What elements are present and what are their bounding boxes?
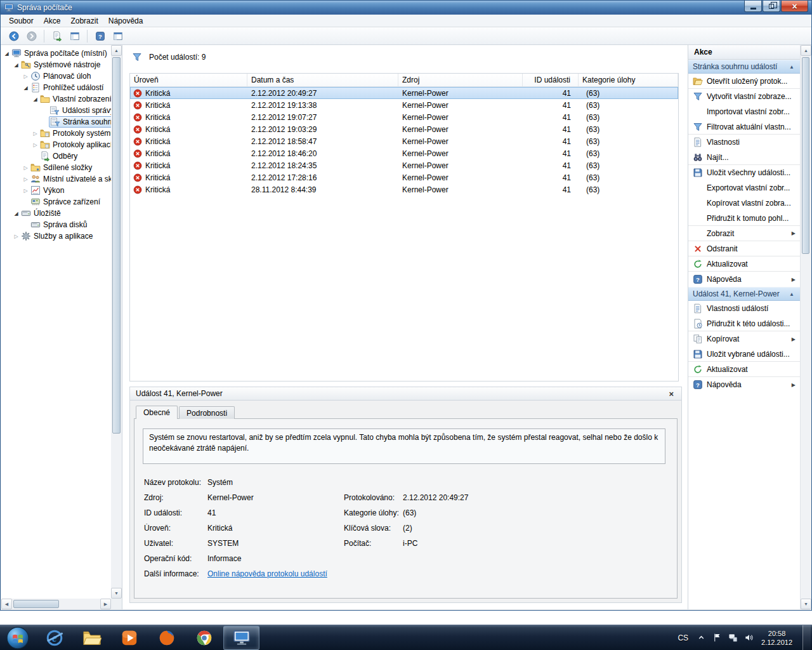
- action-ulozit-vybrane-udalosti[interactable]: Uložit vybrané události...: [688, 347, 800, 362]
- taskbar-firefox-button[interactable]: [148, 626, 185, 650]
- action-filtrovat-aktualni-vlastn[interactable]: Filtrovat aktuální vlastn...: [688, 119, 800, 135]
- menu-item-napoveda[interactable]: Nápověda: [103, 15, 148, 27]
- language-indicator[interactable]: CS: [675, 633, 691, 642]
- menu-item-soubor[interactable]: Soubor: [4, 15, 39, 27]
- tab-obecne[interactable]: Obecné: [136, 406, 178, 419]
- window-vertical-scrollbar[interactable]: ▲ ▼: [800, 45, 811, 609]
- event-row[interactable]: Kritická2.12.2012 20:49:27Kernel-Power41…: [130, 87, 678, 99]
- back-button[interactable]: [6, 29, 22, 44]
- tab-podrobnosti[interactable]: Podrobnosti: [179, 406, 235, 419]
- action-odstranit[interactable]: Odstranit: [688, 241, 800, 256]
- tree-item-protokoly-systemu-w[interactable]: ▷Protokoly systému W: [1, 128, 111, 139]
- export-list-button[interactable]: [49, 29, 65, 44]
- action-exportovat-vlastni-zobr[interactable]: Exportovat vlastní zobr...: [688, 180, 800, 196]
- tree-expander-icon[interactable]: ▷: [12, 234, 20, 239]
- action-otevrit-ulozeny-protok[interactable]: Otevřít uložený protok...: [688, 74, 800, 89]
- action-pridruzit-k-teto-udalosti[interactable]: Přidružit k této události...: [688, 316, 800, 331]
- action-section-header-udalost-41-kernel-power[interactable]: Událost 41, Kernel-Power▲: [688, 287, 800, 301]
- tree-item-sdilene-slozky[interactable]: ▷Sdílené složky: [1, 162, 111, 173]
- scroll-up-icon[interactable]: ▲: [111, 45, 122, 56]
- column-header-kategorie-ulohy[interactable]: Kategorie úlohy: [579, 74, 678, 86]
- tree-expander-icon[interactable]: ▷: [22, 176, 30, 182]
- tree-item-spravce-zarizeni[interactable]: Správce zařízení: [1, 196, 111, 208]
- column-header-datum-a-cas[interactable]: Datum a čas: [247, 74, 398, 86]
- tree-item-sprava-pocitace-mistni[interactable]: ◢Správa počítače (místní): [1, 48, 111, 59]
- action-ulozit-vsechny-udalosti[interactable]: Uložit všechny události...: [688, 165, 800, 180]
- online-help-link[interactable]: Online nápověda protokolu událostí: [207, 569, 344, 579]
- tree-item-protokoly-aplikaci-a[interactable]: ▷Protokoly aplikací a: [1, 139, 111, 150]
- column-header-zdroj[interactable]: Zdroj: [398, 74, 523, 86]
- tree-item-sprava-disku[interactable]: Správa disků: [1, 219, 111, 230]
- taskbar-internet-explorer-button[interactable]: e: [36, 626, 72, 650]
- tree-item-uloziste[interactable]: ◢Úložiště: [1, 208, 111, 219]
- close-button[interactable]: ×: [781, 1, 808, 12]
- tree-item-prohlizec-udalosti[interactable]: ◢Prohlížeč událostí: [1, 82, 111, 93]
- title-bar[interactable]: Správa počítače ×: [1, 1, 811, 15]
- new-window-button[interactable]: [110, 29, 126, 44]
- tree-expander-icon[interactable]: ▷: [31, 142, 39, 148]
- action-importovat-vlastni-zobr[interactable]: Importovat vlastní zobr...: [688, 104, 800, 119]
- tree-item-systemove-nastroje[interactable]: ◢Systémové nástroje: [1, 59, 111, 70]
- action-vlastnosti-udalosti[interactable]: Vlastnosti událostí: [688, 301, 800, 316]
- taskbar-media-player-button[interactable]: [111, 626, 147, 650]
- action-aktualizovat[interactable]: Aktualizovat: [688, 256, 800, 272]
- event-row[interactable]: Kritická2.12.2012 18:58:47Kernel-Power41…: [130, 135, 678, 147]
- tree-vertical-scrollbar[interactable]: ▲ ▼: [111, 45, 122, 599]
- tree-item-odbery[interactable]: Odběry: [1, 150, 111, 162]
- hidden-icons-button[interactable]: [695, 630, 707, 646]
- tree-item-planovac-uloh[interactable]: ▷Plánovač úloh: [1, 70, 111, 82]
- restore-button[interactable]: [763, 1, 780, 12]
- action-napoveda[interactable]: ?Nápověda▶: [688, 272, 800, 287]
- scroll-left-icon[interactable]: ◀: [1, 599, 12, 609]
- action-kopirovat[interactable]: Kopírovat▶: [688, 331, 800, 347]
- scrollbar-thumb[interactable]: [112, 57, 121, 434]
- scroll-down-icon[interactable]: ▼: [801, 599, 811, 609]
- tree-expander-icon[interactable]: ◢: [3, 51, 11, 56]
- action-napoveda[interactable]: ?Nápověda▶: [688, 377, 800, 392]
- scroll-down-icon[interactable]: ▼: [111, 588, 122, 599]
- show-desktop-button[interactable]: [802, 625, 811, 650]
- collapse-chevron-icon[interactable]: ▲: [788, 291, 796, 297]
- taskbar-start-button[interactable]: [1, 626, 35, 650]
- tree-expander-icon[interactable]: ◢: [12, 211, 20, 216]
- event-row[interactable]: Kritická2.12.2012 18:24:35Kernel-Power41…: [130, 159, 678, 171]
- tree-item-vykon[interactable]: ▷Výkon: [1, 185, 111, 196]
- action-center-button[interactable]: [711, 630, 723, 646]
- action-aktualizovat[interactable]: Aktualizovat: [688, 362, 800, 377]
- taskbar-windows-explorer-button[interactable]: [74, 626, 110, 650]
- help-button[interactable]: ?: [92, 29, 108, 44]
- action-zobrazit[interactable]: Zobrazit▶: [688, 226, 800, 241]
- column-header-id-udalosti[interactable]: ID události: [523, 74, 579, 86]
- action-vytvorit-vlastni-zobraze[interactable]: Vytvořit vlastní zobraze...: [688, 89, 800, 104]
- tree-expander-icon[interactable]: ▷: [22, 74, 30, 79]
- taskbar-computer-management-button[interactable]: [223, 626, 259, 650]
- scrollbar-thumb[interactable]: [802, 57, 809, 254]
- taskbar-clock[interactable]: 20:58 2.12.2012: [759, 629, 798, 647]
- action-najit[interactable]: Najít...: [688, 150, 800, 165]
- forward-button[interactable]: [23, 29, 39, 44]
- taskbar-chrome-button[interactable]: [186, 626, 222, 650]
- event-row[interactable]: Kritická2.12.2012 18:46:20Kernel-Power41…: [130, 147, 678, 159]
- tree-expander-icon[interactable]: ▷: [31, 131, 39, 136]
- minimize-button[interactable]: [744, 1, 762, 12]
- tree-expander-icon[interactable]: ▷: [22, 165, 30, 171]
- menu-item-akce[interactable]: Akce: [39, 15, 66, 27]
- action-kopirovat-vlastni-zobra[interactable]: Kopírovat vlastní zobra...: [688, 196, 800, 211]
- action-section-header-stranka-souhrnu-udalosti[interactable]: Stránka souhrnu událostí▲: [688, 60, 800, 74]
- column-header-uroven[interactable]: Úroveň: [130, 74, 247, 86]
- collapse-chevron-icon[interactable]: ▲: [788, 64, 796, 70]
- tree-item-vlastni-zobrazeni[interactable]: ◢Vlastní zobrazení: [1, 93, 111, 105]
- show-hide-console-tree-button[interactable]: [67, 29, 82, 44]
- tree-item-udalosti-spravy[interactable]: Události správy: [1, 105, 111, 116]
- action-pridruzit-k-tomuto-pohl[interactable]: Přidružit k tomuto pohl...: [688, 211, 800, 226]
- tree-item-sluzby-a-aplikace[interactable]: ▷Služby a aplikace: [1, 230, 111, 242]
- tree-expander-icon[interactable]: ◢: [12, 62, 20, 68]
- event-row[interactable]: Kritická2.12.2012 17:28:16Kernel-Power41…: [130, 171, 678, 183]
- volume-button[interactable]: [743, 630, 754, 646]
- detail-close-icon[interactable]: ×: [667, 389, 676, 399]
- network-button[interactable]: [727, 630, 738, 646]
- event-row[interactable]: Kritická2.12.2012 19:03:29Kernel-Power41…: [130, 123, 678, 135]
- menu-item-zobrazit[interactable]: Zobrazit: [65, 15, 103, 27]
- event-row[interactable]: Kritická28.11.2012 8:44:39Kernel-Power41…: [130, 183, 678, 196]
- tree-horizontal-scrollbar[interactable]: ◀ ▶: [1, 599, 111, 609]
